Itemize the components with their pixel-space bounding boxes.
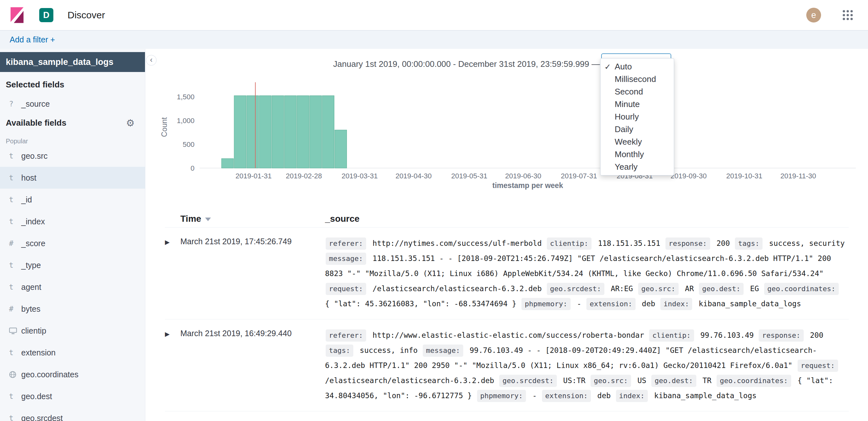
ip-field-icon bbox=[9, 327, 17, 334]
field-badge-index: index: bbox=[616, 390, 648, 402]
ip-field-icon-wrap bbox=[9, 327, 21, 334]
field-item-geo.srcdest[interactable]: tgeo.srcdest bbox=[0, 407, 145, 421]
interval-option-auto[interactable]: ✓Auto bbox=[600, 60, 674, 73]
field-name: _index bbox=[21, 217, 45, 226]
interval-option-monthly[interactable]: Monthly bbox=[600, 148, 674, 161]
interval-option-minute[interactable]: Minute bbox=[600, 98, 674, 110]
apps-grid-glyph bbox=[842, 9, 854, 21]
sort-caret-icon bbox=[205, 218, 211, 221]
field-badge-response: response: bbox=[759, 329, 803, 342]
number-field-icon: # bbox=[9, 239, 21, 248]
field-item-agent[interactable]: tagent bbox=[0, 276, 145, 298]
field-badge-tags: tags: bbox=[326, 345, 353, 357]
expand-row-icon[interactable]: ▶ bbox=[165, 328, 180, 403]
field-item-geo.src[interactable]: tgeo.src bbox=[0, 145, 145, 167]
field-item-_index[interactable]: t_index bbox=[0, 210, 145, 232]
available-fields-header: Available fields ⚙ bbox=[0, 118, 145, 128]
interval-dropdown: ✓AutoMillisecondSecondMinuteHourlyDailyW… bbox=[600, 58, 674, 175]
text-field-icon: t bbox=[9, 195, 21, 204]
field-name: _id bbox=[21, 195, 32, 204]
field-badge-clientip: clientip: bbox=[547, 237, 591, 250]
field-item-_type[interactable]: t_type bbox=[0, 254, 145, 276]
histogram-bar[interactable] bbox=[234, 96, 246, 168]
expand-row-icon[interactable]: ▶ bbox=[165, 236, 180, 312]
x-tick-label: 2019-10-31 bbox=[726, 172, 763, 180]
interval-option-label: Yearly bbox=[615, 162, 638, 172]
filter-bar: Add a filter + bbox=[0, 31, 868, 49]
field-item-host[interactable]: thost bbox=[0, 167, 145, 189]
available-fields-heading: Available fields bbox=[0, 118, 66, 128]
x-tick-label: 2019-07-31 bbox=[561, 172, 597, 180]
histogram-bar[interactable] bbox=[335, 130, 346, 168]
y-axis-label: Count bbox=[160, 117, 168, 137]
interval-option-label: Daily bbox=[615, 124, 633, 134]
field-item-geo.coordinates[interactable]: geo.coordinates bbox=[0, 363, 145, 385]
y-tick-label: 1,500 bbox=[177, 93, 194, 101]
interval-option-label: Auto bbox=[615, 62, 632, 71]
field-name: _type bbox=[21, 261, 41, 270]
source-cell: referer: http://facebook.com/success/tho… bbox=[325, 420, 849, 421]
interval-option-second[interactable]: Second bbox=[600, 86, 674, 98]
histogram-bar[interactable] bbox=[259, 96, 271, 168]
histogram-bar[interactable] bbox=[322, 96, 334, 168]
histogram-bar[interactable] bbox=[297, 96, 309, 168]
x-tick-label: 2019-03-31 bbox=[341, 172, 378, 180]
add-filter-button[interactable]: Add a filter + bbox=[10, 35, 55, 44]
text-field-icon: t bbox=[9, 414, 21, 421]
geo-field-icon-wrap bbox=[9, 371, 21, 378]
x-tick-label: 2019-09-30 bbox=[671, 172, 707, 180]
field-name: _score bbox=[21, 239, 45, 248]
field-item-extension[interactable]: textension bbox=[0, 342, 145, 363]
sidebar: kibana_sample_data_logs Selected fields … bbox=[0, 49, 145, 421]
expand-row-icon[interactable]: ▶ bbox=[165, 420, 180, 421]
gear-icon[interactable]: ⚙ bbox=[126, 118, 135, 128]
text-field-icon: t bbox=[9, 261, 21, 269]
field-item-clientip[interactable]: clientip bbox=[0, 320, 145, 342]
field-name: clientip bbox=[21, 326, 46, 335]
interval-option-daily[interactable]: Daily bbox=[600, 123, 674, 136]
histogram-bar[interactable] bbox=[247, 96, 258, 168]
field-name: _source bbox=[21, 99, 50, 109]
interval-option-label: Hourly bbox=[615, 112, 639, 122]
check-icon: ✓ bbox=[604, 60, 611, 73]
interval-option-yearly[interactable]: Yearly bbox=[600, 161, 674, 173]
histogram-chart: 05001,0001,5002019-01-312019-02-282019-0… bbox=[146, 77, 868, 197]
interval-option-weekly[interactable]: Weekly bbox=[600, 136, 674, 148]
avatar[interactable]: e bbox=[806, 8, 821, 23]
field-item-geo.dest[interactable]: tgeo.dest bbox=[0, 385, 145, 407]
field-item-_id[interactable]: t_id bbox=[0, 189, 145, 210]
field-item-_source[interactable]: ?_source bbox=[0, 95, 145, 113]
space-badge[interactable]: D bbox=[39, 8, 53, 22]
source-cell: referer: http://www.elastic-elastic-elas… bbox=[325, 328, 849, 403]
sort-time-header[interactable]: Time bbox=[180, 214, 325, 224]
source-column-label: _source bbox=[325, 214, 849, 224]
text-field-icon: t bbox=[9, 217, 21, 226]
table-row: ▶March 21st 2019, 16:49:29.440referer: h… bbox=[165, 319, 849, 411]
x-tick-label: 2019-04-30 bbox=[396, 172, 432, 180]
time-cell: March 21st 2019, 17:45:26.749 bbox=[180, 236, 325, 312]
histogram-bar[interactable] bbox=[310, 96, 321, 168]
interval-option-label: Second bbox=[615, 87, 643, 96]
field-name: agent bbox=[21, 283, 41, 292]
table-row: ▶March 21st 2019, 17:45:26.749referer: h… bbox=[165, 227, 849, 319]
collapse-sidebar-button[interactable]: ‹ bbox=[146, 55, 157, 66]
histogram-bar[interactable] bbox=[272, 96, 284, 168]
top-header: D Discover e bbox=[0, 0, 868, 31]
table-rows: ▶March 21st 2019, 17:45:26.749referer: h… bbox=[165, 227, 849, 421]
x-tick-label: 2019-02-28 bbox=[286, 172, 322, 180]
histogram-bar[interactable] bbox=[284, 96, 297, 168]
interval-option-millisecond[interactable]: Millisecond bbox=[600, 73, 674, 86]
x-axis-label: timestamp per week bbox=[493, 181, 563, 190]
apps-grid-icon[interactable] bbox=[841, 8, 855, 22]
table-header-row: Time _source bbox=[165, 207, 849, 227]
field-item-_score[interactable]: #_score bbox=[0, 232, 145, 254]
text-field-icon: t bbox=[9, 348, 21, 357]
interval-option-label: Monthly bbox=[615, 150, 644, 159]
interval-option-hourly[interactable]: Hourly bbox=[600, 110, 674, 123]
field-name: extension bbox=[21, 348, 56, 357]
histogram-bar[interactable] bbox=[221, 158, 234, 168]
field-item-bytes[interactable]: #bytes bbox=[0, 298, 145, 320]
index-pattern-selector[interactable]: kibana_sample_data_logs bbox=[0, 52, 145, 72]
kibana-logo[interactable] bbox=[10, 6, 25, 24]
field-name: geo.coordinates bbox=[21, 370, 79, 379]
